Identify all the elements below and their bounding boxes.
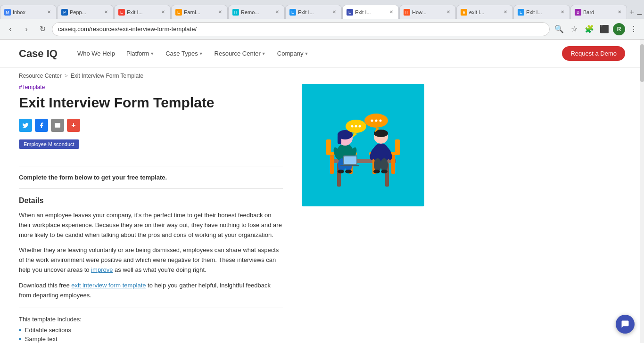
- site-navigation: Case IQ Who We Help Platform ▼ Case Type…: [0, 40, 644, 68]
- includes-list: Editable sections Sample text: [19, 327, 283, 343]
- tab-close-active[interactable]: ✕: [388, 9, 395, 16]
- facebook-share-button[interactable]: [35, 119, 48, 132]
- minimize-button[interactable]: ─: [635, 9, 644, 19]
- reload-button[interactable]: ↻: [36, 23, 49, 36]
- url-input[interactable]: [52, 22, 550, 36]
- svg-point-37: [351, 125, 354, 128]
- tab-exit-slug[interactable]: e exit-i... ✕: [456, 5, 513, 19]
- tab-close-exit2[interactable]: ✕: [331, 9, 338, 16]
- svg-point-32: [380, 158, 388, 172]
- profile-avatar[interactable]: R: [613, 23, 625, 35]
- tag-label: #Template: [19, 84, 283, 90]
- tab-exit2[interactable]: E Exit I... ✕: [285, 5, 342, 19]
- search-icon[interactable]: 🔍: [553, 23, 566, 36]
- tab-earni[interactable]: E Earni... ✕: [171, 5, 228, 19]
- toolbar-icons: 🔍 ☆ 🧩 ⬛ R ⋮: [553, 23, 640, 36]
- includes-item-2: Sample text: [19, 335, 283, 343]
- form-prompt: Complete the form below to get your free…: [19, 174, 283, 181]
- nav-case-types[interactable]: Case Types ▼: [161, 46, 207, 61]
- body-paragraph-1: When an employee leaves your company, it…: [19, 211, 283, 240]
- tab-close-exit-slug[interactable]: ✕: [502, 9, 509, 16]
- menu-icon[interactable]: ⋮: [627, 23, 640, 36]
- body-paragraph-3: Download this free exit interview form t…: [19, 281, 283, 301]
- divider-3: [19, 308, 283, 308]
- svg-point-42: [371, 120, 373, 122]
- tab-remo[interactable]: R Remo... ✕: [228, 5, 285, 19]
- company-arrow-icon: ▼: [304, 51, 308, 56]
- page-content: Case IQ Who We Help Platform ▼ Case Type…: [0, 40, 644, 343]
- breadcrumb: Resource Center > Exit Interview Form Te…: [0, 68, 644, 84]
- svg-rect-0: [302, 84, 424, 206]
- tab-exit3[interactable]: E Exit I... ✕: [513, 5, 570, 19]
- improve-link[interactable]: improve: [91, 266, 113, 273]
- includes-item-1: Editable sections: [19, 327, 283, 334]
- svg-rect-25: [340, 165, 359, 166]
- svg-rect-11: [395, 139, 400, 154]
- nav-resource-center[interactable]: Resource Center ▼: [210, 46, 271, 61]
- svg-point-34: [381, 170, 388, 173]
- twitter-share-button[interactable]: [19, 119, 32, 132]
- tab-close-gmail[interactable]: ✕: [46, 9, 52, 16]
- svg-point-39: [359, 125, 361, 128]
- browser-window: M Inbox ✕ P Pepp... ✕ E Exit I... ✕ E Ea…: [0, 0, 644, 343]
- nav-platform[interactable]: Platform ▼: [122, 46, 159, 61]
- tab-close-remo[interactable]: ✕: [274, 9, 281, 16]
- hero-image: [302, 84, 424, 206]
- window-controls: ─ ❐ ✕: [635, 9, 644, 19]
- divider-2: [19, 188, 283, 189]
- chat-widget-button[interactable]: [616, 315, 635, 334]
- tab-close-pepp[interactable]: ✕: [103, 9, 109, 16]
- address-bar: ‹ › ↻ 🔍 ☆ 🧩 ⬛ R ⋮: [0, 19, 644, 40]
- resource-center-arrow-icon: ▼: [262, 51, 266, 56]
- svg-point-38: [355, 125, 357, 128]
- page-title: Exit Interview Form Template: [19, 94, 283, 111]
- svg-rect-7: [326, 139, 331, 154]
- request-demo-button[interactable]: Request a Demo: [562, 46, 625, 61]
- scrollbar-thumb[interactable]: [640, 44, 644, 82]
- new-tab-button[interactable]: +: [629, 6, 635, 19]
- split-view-icon[interactable]: ⬛: [598, 23, 611, 36]
- interview-illustration: [302, 84, 424, 206]
- right-column: [302, 84, 424, 343]
- tab-close-bard[interactable]: ✕: [616, 9, 623, 16]
- tab-active[interactable]: E Exit I... ✕: [342, 5, 399, 19]
- tab-bar: M Inbox ✕ P Pepp... ✕ E Exit I... ✕ E Ea…: [0, 0, 644, 19]
- nav-links: Who We Help Platform ▼ Case Types ▼ Reso…: [73, 46, 562, 61]
- bookmark-icon[interactable]: ☆: [568, 23, 581, 36]
- tab-bard[interactable]: B Bard ✕: [570, 5, 627, 19]
- svg-rect-24: [344, 156, 356, 164]
- tab-how[interactable]: H How... ✕: [399, 5, 456, 19]
- tab-pepp[interactable]: P Pepp... ✕: [57, 5, 114, 19]
- tab-close-earni[interactable]: ✕: [217, 9, 223, 16]
- nav-who-we-help[interactable]: Who We Help: [73, 46, 120, 61]
- site-logo[interactable]: Case IQ: [19, 48, 58, 60]
- main-layout: #Template Exit Interview Form Template +: [0, 84, 519, 343]
- template-link[interactable]: exit interview form template: [71, 282, 146, 289]
- breadcrumb-current: Exit Interview Form Template: [71, 73, 144, 79]
- social-icons: +: [19, 119, 283, 132]
- svg-point-44: [380, 120, 382, 122]
- tab-exit1[interactable]: E Exit I... ✕: [114, 5, 171, 19]
- tab-close-exit1[interactable]: ✕: [160, 9, 166, 16]
- tab-close-how[interactable]: ✕: [445, 9, 452, 16]
- nav-company[interactable]: Company ▼: [272, 46, 314, 61]
- details-heading: Details: [19, 196, 283, 205]
- breadcrumb-separator: >: [65, 73, 68, 79]
- breadcrumb-resource-center[interactable]: Resource Center: [19, 73, 62, 79]
- svg-point-22: [345, 170, 352, 173]
- extensions-icon[interactable]: 🧩: [583, 23, 596, 36]
- back-button[interactable]: ‹: [4, 23, 17, 36]
- tab-gmail[interactable]: M Inbox ✕: [0, 5, 57, 19]
- email-share-button[interactable]: [51, 119, 64, 132]
- left-column: #Template Exit Interview Form Template +: [19, 84, 283, 343]
- svg-rect-5: [330, 155, 334, 174]
- svg-point-43: [375, 120, 378, 122]
- more-share-button[interactable]: +: [67, 119, 80, 132]
- category-badge[interactable]: Employee Misconduct: [19, 139, 79, 149]
- forward-button[interactable]: ›: [20, 23, 33, 36]
- svg-point-21: [338, 170, 344, 173]
- tab-close-exit3[interactable]: ✕: [559, 9, 566, 16]
- scrollbar-track: [640, 40, 644, 343]
- includes-label: This template includes:: [19, 316, 283, 323]
- divider-1: [19, 166, 283, 166]
